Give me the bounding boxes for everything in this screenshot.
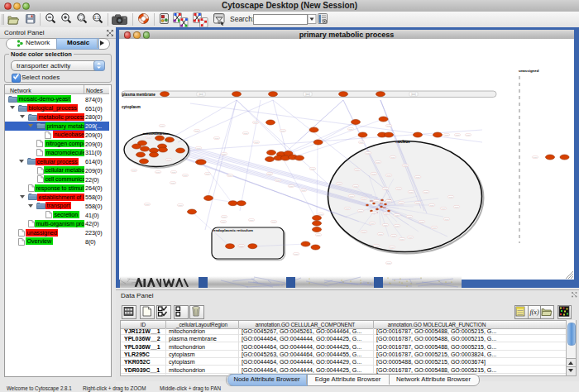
svg-text:(xxx): (xxx) xyxy=(384,188,388,189)
svg-text:(xxx): (xxx) xyxy=(387,125,391,127)
svg-text:(xxx): (xxx) xyxy=(244,132,248,134)
svg-text:(xxx): (xxx) xyxy=(195,130,199,131)
svg-text:(xxx): (xxx) xyxy=(356,169,360,170)
svg-text:(xxx): (xxx) xyxy=(433,227,437,228)
svg-text:(xxx): (xxx) xyxy=(416,202,420,203)
svg-text:(xxx): (xxx) xyxy=(172,171,176,173)
svg-text:(xxx): (xxx) xyxy=(395,214,400,216)
svg-text:(xxx): (xxx) xyxy=(199,93,203,96)
svg-text:(xxx): (xxx) xyxy=(385,213,389,214)
svg-text:(xxx): (xxx) xyxy=(132,170,136,171)
svg-text:(xxx): (xxx) xyxy=(360,141,364,143)
svg-text:(xxx): (xxx) xyxy=(420,221,424,222)
svg-text:(xxx): (xxx) xyxy=(534,156,538,158)
svg-text:(xxx): (xxx) xyxy=(206,173,210,174)
svg-text:(xxx): (xxx) xyxy=(362,231,366,232)
svg-text:(xxx): (xxx) xyxy=(416,176,420,178)
svg-text:(xxx): (xxx) xyxy=(156,171,160,173)
svg-text:(xxx): (xxx) xyxy=(362,198,366,199)
svg-text:(xxx): (xxx) xyxy=(215,137,219,139)
svg-text:(xxx): (xxx) xyxy=(387,262,391,264)
svg-text:(xxx): (xxx) xyxy=(179,204,183,206)
svg-text:(xxx): (xxx) xyxy=(430,204,434,206)
svg-text:(xxx): (xxx) xyxy=(147,136,151,138)
svg-text:cytoplasm: cytoplasm xyxy=(122,105,141,109)
svg-text:(xxx): (xxx) xyxy=(346,208,350,209)
svg-text:(xxx): (xxx) xyxy=(400,238,404,240)
svg-text:(xxx): (xxx) xyxy=(445,218,449,220)
svg-text:(xxx): (xxx) xyxy=(395,225,400,227)
svg-text:mitochondrion: mitochondrion xyxy=(143,131,169,136)
svg-text:(xxx): (xxx) xyxy=(272,221,276,222)
svg-text:(xxx): (xxx) xyxy=(449,196,453,198)
svg-text:(xxx): (xxx) xyxy=(171,182,175,184)
svg-text:(xxx): (xxx) xyxy=(375,245,379,246)
svg-text:(xxx): (xxx) xyxy=(404,165,408,166)
svg-text:(xxx): (xxx) xyxy=(223,216,227,218)
svg-text:(xxx): (xxx) xyxy=(387,174,391,176)
svg-text:unassigned: unassigned xyxy=(519,69,539,73)
svg-text:plasma membrane: plasma membrane xyxy=(122,93,156,97)
svg-text:(xxx): (xxx) xyxy=(400,202,404,203)
svg-text:(xxx): (xxx) xyxy=(408,216,412,218)
svg-text:(xxx): (xxx) xyxy=(456,134,460,136)
svg-text:(xxx): (xxx) xyxy=(409,191,414,193)
svg-text:(xxx): (xxx) xyxy=(319,213,323,215)
svg-text:(xxx): (xxx) xyxy=(276,179,280,181)
svg-text:(xxx): (xxx) xyxy=(384,224,388,226)
svg-text:(xxx): (xxx) xyxy=(222,221,226,222)
svg-text:(xxx): (xxx) xyxy=(455,206,459,208)
svg-text:(xxx): (xxx) xyxy=(424,191,428,193)
svg-text:(xxx): (xxx) xyxy=(372,173,376,174)
svg-text:(xxx): (xxx) xyxy=(250,219,254,221)
svg-text:(xxx): (xxx) xyxy=(317,234,321,236)
svg-text:(xxx): (xxx) xyxy=(392,235,396,237)
svg-text:(xxx): (xxx) xyxy=(391,156,395,158)
svg-text:(xxx): (xxx) xyxy=(445,134,449,136)
svg-text:(xxx): (xxx) xyxy=(290,185,294,187)
svg-text:endoplasmic reticulum: endoplasmic reticulum xyxy=(213,228,253,232)
svg-text:(xxx): (xxx) xyxy=(359,210,363,212)
svg-text:(xxx): (xxx) xyxy=(240,245,244,246)
svg-text:(xxx): (xxx) xyxy=(467,134,471,136)
svg-text:(xxx): (xxx) xyxy=(409,237,413,238)
svg-text:(xxx): (xxx) xyxy=(375,200,379,202)
svg-text:(xxx): (xxx) xyxy=(281,130,285,131)
svg-text:(xxx): (xxx) xyxy=(366,152,371,154)
svg-text:(xxx): (xxx) xyxy=(350,195,354,197)
svg-text:(xxx): (xxx) xyxy=(184,174,188,176)
svg-text:(xxx): (xxx) xyxy=(302,189,306,191)
svg-text:f(x): f(x) xyxy=(529,308,538,316)
svg-text:(xxx): (xxx) xyxy=(390,246,395,248)
svg-text:(xxx): (xxx) xyxy=(228,174,232,176)
svg-text:(xxx): (xxx) xyxy=(372,212,376,213)
svg-text:(xxx): (xxx) xyxy=(354,185,358,187)
svg-text:(xxx): (xxx) xyxy=(305,93,310,96)
svg-text:(xxx): (xxx) xyxy=(255,141,259,143)
svg-text:(xxx): (xxx) xyxy=(337,183,342,184)
svg-text:(xxx): (xxx) xyxy=(371,222,375,224)
svg-text:(xxx): (xxx) xyxy=(442,208,446,209)
svg-text:(xxx): (xxx) xyxy=(311,168,315,170)
svg-text:(xxx): (xxx) xyxy=(294,253,299,255)
svg-text:(xxx): (xxx) xyxy=(254,122,258,123)
svg-text:(xxx): (xxx) xyxy=(379,233,383,235)
svg-text:(xxx): (xxx) xyxy=(197,147,201,149)
svg-text:(xxx): (xxx) xyxy=(397,188,401,189)
svg-text:(xxx): (xxx) xyxy=(376,161,380,163)
svg-text:(xxx): (xxx) xyxy=(223,153,227,155)
svg-text:(xxx): (xxx) xyxy=(167,159,171,160)
svg-text:(xxx): (xxx) xyxy=(160,125,165,127)
svg-text:(xxx): (xxx) xyxy=(268,173,272,174)
svg-text:(xxx): (xxx) xyxy=(146,203,150,205)
svg-text:(xxx): (xxx) xyxy=(349,128,353,130)
svg-text:(xxx): (xxx) xyxy=(411,93,416,96)
svg-text:(xxx): (xxx) xyxy=(387,200,391,202)
svg-text:1:1: 1:1 xyxy=(94,16,100,20)
